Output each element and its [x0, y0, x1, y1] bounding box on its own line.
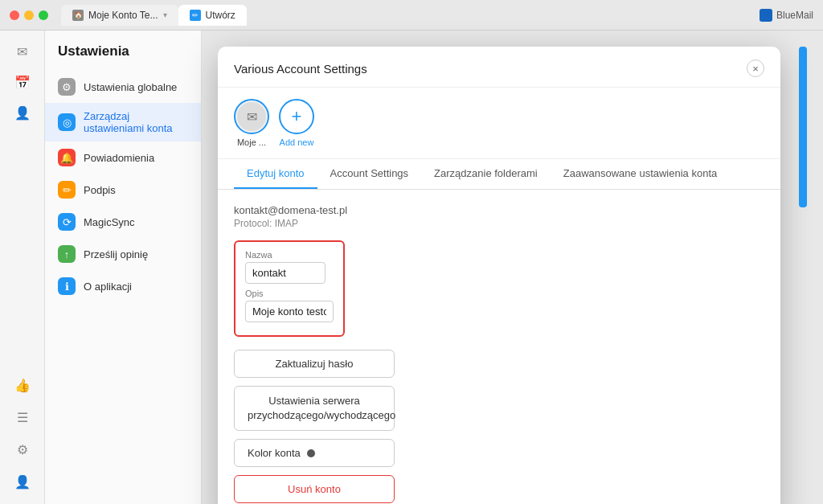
account-selector: ✉ Moje ... + Add new — [218, 88, 780, 159]
modal-tabs: Edytuj konto Account Settings Zarządzani… — [218, 159, 780, 190]
color-label: Kolor konta — [248, 447, 301, 459]
name-input[interactable] — [245, 262, 326, 284]
account-button-my[interactable]: ✉ Moje ... — [234, 99, 269, 147]
add-circle-icon: + — [279, 99, 314, 134]
server-settings-button[interactable]: Ustawienia serwera przychodzącego/wychod… — [234, 386, 395, 431]
titlebar: 🏠 Moje Konto Te... ▾ ✏ Utwórz BlueMail — [0, 0, 823, 31]
sidebar-label-about: O aplikacji — [84, 281, 132, 293]
maximize-dot[interactable] — [39, 10, 48, 20]
signature-icon: ✏ — [58, 181, 76, 199]
sidebar-icon-settings[interactable]: ⚙ — [6, 435, 39, 464]
description-label: Opis — [245, 289, 334, 298]
manage-icon: ◎ — [58, 113, 76, 131]
delete-account-button[interactable]: Usuń konto — [234, 475, 395, 503]
sidebar-label-signature: Podpis — [84, 184, 116, 196]
feedback-icon: ↑ — [58, 245, 76, 263]
sidebar-item-signature[interactable]: ✏ Podpis — [45, 174, 201, 206]
account-label: Moje ... — [237, 137, 266, 147]
color-dot-indicator — [307, 449, 315, 457]
sidebar-item-global[interactable]: ⚙ Ustawienia globalne — [45, 71, 201, 103]
tab-create[interactable]: ✏ Utwórz — [178, 5, 247, 26]
tab-edit-account[interactable]: Edytuj konto — [234, 159, 317, 189]
sidebar-label-magicsync: MagicSync — [84, 216, 135, 228]
modal-header: Various Account Settings × — [218, 47, 780, 88]
account-avatar-icon: ✉ — [237, 102, 266, 131]
notification-icon: 🔔 — [58, 149, 76, 166]
create-tab-icon: ✏ — [190, 10, 201, 21]
sidebar-icon-thumbs[interactable]: 👍 — [6, 371, 39, 400]
tab-create-label: Utwórz — [206, 10, 235, 21]
description-input[interactable] — [245, 301, 334, 322]
name-description-field-group: Nazwa Opis — [234, 240, 345, 337]
about-icon: ℹ — [58, 277, 76, 295]
home-tab-icon: 🏠 — [72, 10, 84, 21]
icon-sidebar: ✉ 📅 👤 👍 ☰ ⚙ 👤 — [0, 31, 45, 504]
sidebar-label-manage: Zarządzaj ustawieniami konta — [84, 110, 188, 134]
sidebar-label-feedback: Prześlij opinię — [84, 248, 148, 260]
tab-home[interactable]: 🏠 Moje Konto Te... ▾ — [61, 5, 178, 26]
sidebar-icon-inbox[interactable]: ✉ — [6, 37, 39, 66]
magicsync-icon: ⟳ — [58, 213, 76, 231]
modal-title: Various Account Settings — [234, 62, 367, 76]
modal-account-settings: Various Account Settings × ✉ Moje ... + … — [218, 47, 780, 504]
titlebar-tabs: 🏠 Moje Konto Te... ▾ ✏ Utwórz — [61, 5, 760, 26]
update-password-button[interactable]: Zaktualizuj hasło — [234, 350, 395, 378]
bluemail-icon — [760, 9, 772, 22]
close-dot[interactable] — [10, 10, 19, 20]
add-new-account-button[interactable]: + Add new — [279, 99, 314, 147]
sidebar-icon-calendar[interactable]: 📅 — [6, 68, 39, 96]
account-protocol: Protocol: IMAP — [234, 218, 764, 229]
sidebar-item-feedback[interactable]: ↑ Prześlij opinię — [45, 238, 201, 270]
sidebar-icon-list[interactable]: ☰ — [6, 403, 39, 432]
sidebar-item-magicsync[interactable]: ⟳ MagicSync — [45, 206, 201, 238]
description-row: Opis — [245, 289, 334, 322]
tab-manage-folders[interactable]: Zarządzanie folderami — [421, 159, 551, 189]
modal-close-button[interactable]: × — [747, 59, 764, 77]
main-content: Various Account Settings × ✉ Moje ... + … — [202, 31, 823, 504]
account-email: kontakt@domena-test.pl — [234, 204, 764, 216]
name-row: Nazwa — [245, 250, 334, 284]
settings-sidebar: Ustawienia ⚙ Ustawienia globalne ◎ Zarzą… — [45, 31, 202, 504]
gear-icon: ⚙ — [58, 78, 76, 96]
tab-home-chevron: ▾ — [163, 10, 167, 19]
sidebar-label-notifications: Powiadomienia — [84, 152, 154, 164]
bluemail-badge: BlueMail — [760, 9, 813, 22]
color-button[interactable]: Kolor konta — [234, 439, 395, 467]
add-new-label: Add new — [280, 137, 314, 147]
modal-body: kontakt@domena-test.pl Protocol: IMAP Na… — [218, 190, 780, 504]
sidebar-icon-user[interactable]: 👤 — [6, 467, 39, 496]
tab-advanced[interactable]: Zaawansowane ustawienia konta — [551, 159, 731, 189]
sidebar-item-notifications[interactable]: 🔔 Powiadomienia — [45, 141, 201, 174]
sidebar-item-manage[interactable]: ◎ Zarządzaj ustawieniami konta — [45, 103, 201, 141]
sidebar-label-global: Ustawienia globalne — [84, 81, 177, 93]
tab-home-label: Moje Konto Te... — [88, 10, 158, 21]
settings-sidebar-title: Ustawienia — [45, 43, 201, 71]
main-layout: ✉ 📅 👤 👍 ☰ ⚙ 👤 Ustawienia ⚙ Ustawienia gl… — [0, 31, 823, 504]
sidebar-icon-contacts[interactable]: 👤 — [6, 98, 39, 127]
tab-account-settings[interactable]: Account Settings — [317, 159, 422, 189]
window-controls — [10, 10, 48, 20]
account-avatar: ✉ — [234, 99, 269, 134]
minimize-dot[interactable] — [24, 10, 34, 20]
sidebar-item-about[interactable]: ℹ O aplikacji — [45, 270, 201, 302]
bluemail-label: BlueMail — [776, 10, 813, 21]
sidebar-bottom-icons: 👍 ☰ ⚙ 👤 — [6, 371, 39, 496]
blue-sidebar-bar — [799, 47, 807, 207]
name-label: Nazwa — [245, 250, 334, 260]
